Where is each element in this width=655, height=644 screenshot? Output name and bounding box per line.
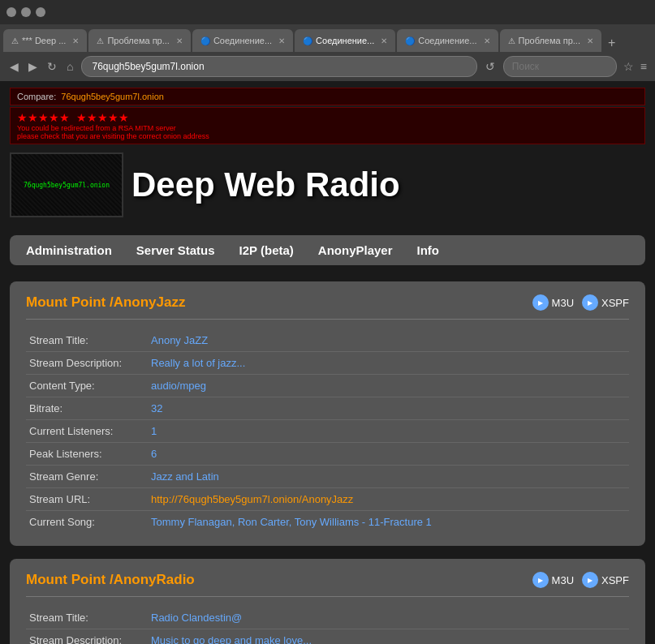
field-label: Stream URL:	[26, 488, 148, 511]
nav-item-server-status[interactable]: Server Status	[136, 243, 215, 257]
tab-3[interactable]: 🔵 Соединение... ✕	[192, 29, 293, 52]
warning-bar: ★★★★★ ★★★★★ You could be redirected from…	[10, 107, 645, 144]
tab-3-close[interactable]: ✕	[278, 36, 285, 45]
forward-button[interactable]: ▶	[25, 58, 41, 75]
site-title: Deep Web Radio	[131, 165, 400, 204]
maximize-icon[interactable]	[21, 7, 31, 17]
m3u-link-jazz[interactable]: ▶ M3U	[532, 294, 574, 311]
window-controls	[6, 7, 45, 17]
tab-5-close[interactable]: ✕	[484, 36, 490, 45]
tab-4[interactable]: 🔵 Соединение... ✕	[295, 29, 395, 52]
field-value: Anony JaZZ	[148, 329, 629, 352]
tab-1[interactable]: ⚠ *** Deep ... ✕	[3, 29, 87, 52]
table-row: Stream Description: Music to go deep and…	[26, 629, 629, 645]
compare-url: 76qugh5bey5gum7l.onion	[61, 92, 164, 101]
xspf-link-radio[interactable]: ▶ XSPF	[582, 572, 629, 588]
mount-links-radio: ▶ M3U ▶ XSPF	[532, 572, 629, 588]
table-row: Stream Genre: Jazz and Latin	[26, 466, 629, 488]
field-value: audio/mpeg	[148, 375, 629, 397]
field-value-url[interactable]: http://76qugh5bey5gum7l.onion/AnonyJazz	[148, 488, 629, 511]
tab-5-icon: 🔵	[405, 36, 415, 45]
m3u-link-radio[interactable]: ▶ M3U	[532, 572, 574, 588]
table-row: Current Listeners: 1	[26, 420, 629, 443]
mount-links-jazz: ▶ M3U ▶ XSPF	[532, 294, 629, 311]
xspf-play-icon: ▶	[582, 294, 598, 311]
logo-text: 76qugh5bey5gum7l.onion	[24, 182, 110, 189]
nav-item-info[interactable]: Info	[417, 243, 440, 257]
field-value: Tommy Flanagan, Ron Carter, Tony William…	[148, 511, 629, 534]
new-tab-button[interactable]: +	[603, 34, 620, 52]
field-label: Stream Title:	[26, 329, 148, 352]
stream-table-radio: Stream Title: Radio Clandestin@ Stream D…	[26, 607, 629, 644]
m3u-label-radio: M3U	[552, 574, 574, 586]
m3u-play-icon: ▶	[532, 294, 549, 311]
table-row: Peak Listeners: 6	[26, 443, 629, 466]
tab-3-icon: 🔵	[200, 36, 210, 45]
table-row: Stream URL: http://76qugh5bey5gum7l.onio…	[26, 488, 629, 511]
url-input[interactable]	[81, 56, 476, 77]
tab-2[interactable]: ⚠ Проблема пр... ✕	[88, 29, 190, 52]
stars-icon: ★★★★★	[17, 111, 70, 124]
nav-item-i2p-beta[interactable]: I2P (beta)	[239, 243, 294, 257]
table-row: Bitrate: 32	[26, 397, 629, 420]
field-label: Current Listeners:	[26, 420, 148, 443]
minimize-icon[interactable]	[6, 7, 16, 17]
tab-6-icon: ⚠	[508, 36, 515, 45]
toolbar-icons: ☆ ≡	[622, 58, 649, 75]
menu-icon[interactable]: ≡	[639, 58, 649, 75]
nav-item-administration[interactable]: Administration	[26, 243, 112, 257]
home-button[interactable]: ⌂	[63, 58, 76, 75]
tab-6-label: Проблема пр...	[519, 36, 580, 45]
field-label: Content Type:	[26, 375, 148, 397]
tab-1-label: *** Deep ...	[22, 36, 66, 45]
table-row: Stream Description: Really a lot of jazz…	[26, 352, 629, 375]
warning-text-2: please check that you are visiting the c…	[17, 132, 638, 140]
field-value: 32	[148, 397, 629, 420]
compare-label: Compare:	[17, 92, 56, 101]
field-label: Stream Title:	[26, 607, 148, 629]
tab-3-label: Соединение...	[213, 36, 272, 45]
stream-table-jazz: Stream Title: Anony JaZZ Stream Descript…	[26, 329, 629, 533]
logo-section: 76qugh5bey5gum7l.onion Deep Web Radio	[10, 146, 645, 227]
table-row: Current Song: Tommy Flanagan, Ron Carter…	[26, 511, 629, 534]
field-label: Stream Description:	[26, 629, 148, 645]
tabs-bar: ⚠ *** Deep ... ✕ ⚠ Проблема пр... ✕ 🔵 Со…	[0, 24, 655, 52]
field-value: Music to go deep and make love...	[148, 629, 629, 645]
tab-6-close[interactable]: ✕	[587, 36, 593, 45]
tab-5[interactable]: 🔵 Соединение... ✕	[397, 29, 498, 52]
tab-1-close[interactable]: ✕	[72, 36, 79, 45]
tab-6[interactable]: ⚠ Проблема пр... ✕	[500, 29, 601, 52]
xspf-link-jazz[interactable]: ▶ XSPF	[582, 294, 629, 311]
field-value: Jazz and Latin	[148, 466, 629, 488]
title-bar	[0, 0, 655, 24]
tab-2-label: Проблема пр...	[107, 36, 169, 45]
tab-4-close[interactable]: ✕	[381, 36, 387, 45]
field-label: Stream Genre:	[26, 466, 148, 488]
table-row: Stream Title: Anony JaZZ	[26, 329, 629, 352]
warning-text-1: You could be redirected from a RSA MITM …	[17, 124, 638, 132]
tab-2-close[interactable]: ✕	[176, 36, 183, 45]
tab-5-label: Соединение...	[418, 36, 476, 45]
table-row: Content Type: audio/mpeg	[26, 375, 629, 397]
reload-button[interactable]: ↺	[482, 58, 498, 75]
mount-header-jazz: Mount Point /AnonyJazz ▶ M3U ▶ XSPF	[26, 294, 629, 320]
refresh-button[interactable]: ↻	[44, 58, 60, 75]
page-content: Compare: 76qugh5bey5gum7l.onion ★★★★★ ★★…	[0, 81, 655, 644]
xspf-label-radio: XSPF	[601, 574, 629, 586]
field-value: Really a lot of jazz...	[148, 352, 629, 375]
m3u-play-icon-radio: ▶	[532, 572, 549, 588]
tab-1-icon: ⚠	[11, 36, 19, 45]
field-label: Current Song:	[26, 511, 148, 534]
field-label: Peak Listeners:	[26, 443, 148, 466]
bookmark-icon[interactable]: ☆	[622, 58, 636, 75]
field-label: Bitrate:	[26, 397, 148, 420]
mount-container: Mount Point /AnonyJazz ▶ M3U ▶ XSPF Stre…	[0, 273, 655, 644]
tab-4-label: Соединение...	[316, 36, 374, 45]
nav-item-anony-player[interactable]: AnonyPlayer	[318, 243, 393, 257]
search-input[interactable]	[503, 56, 617, 77]
main-nav: Administration Server Status I2P (beta) …	[10, 235, 645, 265]
close-icon[interactable]	[36, 7, 45, 17]
xspf-play-icon-radio: ▶	[582, 572, 598, 588]
back-button[interactable]: ◀	[6, 58, 22, 75]
table-row: Stream Title: Radio Clandestin@	[26, 607, 629, 629]
